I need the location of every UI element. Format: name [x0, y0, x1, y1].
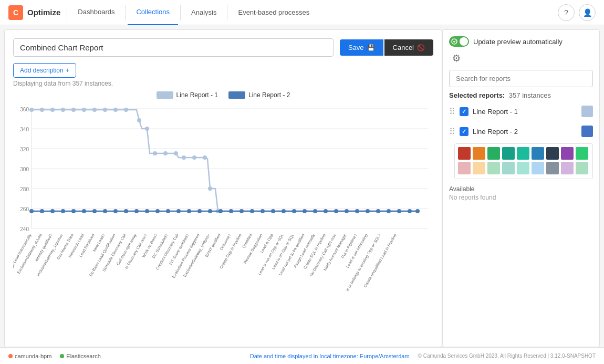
svg-point-39: [71, 209, 76, 213]
svg-point-24: [124, 108, 128, 112]
footer-timezone: Date and time displayed in local timezon…: [250, 353, 410, 359]
svg-point-30: [182, 155, 186, 160]
user-icon[interactable]: 👤: [579, 4, 596, 21]
svg-point-69: [387, 209, 391, 213]
cancel-button[interactable]: Cancel 🚫: [384, 39, 433, 56]
svg-point-48: [166, 209, 170, 213]
left-panel: Save 💾 Cancel 🚫 Add description + Displa…: [4, 29, 442, 347]
color-cell-r2c8[interactable]: [561, 162, 574, 174]
svg-point-26: [145, 127, 149, 131]
color-cell-r2c2[interactable]: [473, 162, 485, 174]
save-button[interactable]: Save 💾: [340, 39, 383, 56]
color-cell-r1c5[interactable]: [517, 147, 529, 160]
svg-point-31: [192, 155, 196, 160]
report-item-2: ⠿ ✓ Line Report - 2: [449, 123, 593, 139]
color-cell-r2c1[interactable]: [458, 162, 471, 174]
color-cell-r1c1[interactable]: [458, 147, 471, 160]
color-cell-r1c2[interactable]: [473, 147, 485, 160]
svg-point-65: [345, 209, 349, 213]
svg-point-16: [40, 108, 44, 112]
title-action-row: Save 💾 Cancel 🚫: [13, 38, 433, 57]
svg-text:360: 360: [20, 107, 29, 112]
color-cell-r1c6[interactable]: [532, 147, 544, 160]
report-name-2: Line Report - 2: [473, 128, 577, 136]
svg-point-50: [187, 209, 191, 213]
svg-point-17: [50, 108, 55, 112]
color-swatch-2[interactable]: [581, 126, 593, 137]
cancel-icon: 🚫: [417, 44, 425, 51]
svg-point-44: [124, 209, 128, 213]
color-cell-r1c8[interactable]: [561, 147, 574, 160]
available-label: Available: [449, 185, 593, 193]
color-cell-r2c7[interactable]: [546, 162, 559, 174]
svg-text:340: 340: [20, 127, 29, 132]
svg-text:300: 300: [20, 167, 29, 172]
available-section: Available No reports found: [449, 185, 593, 201]
svg-point-45: [134, 209, 139, 213]
svg-point-55: [239, 209, 244, 213]
svg-point-72: [415, 209, 420, 213]
nav-separator-1: [67, 5, 67, 20]
color-cell-r2c6[interactable]: [532, 162, 544, 174]
svg-point-43: [113, 209, 118, 213]
help-icon[interactable]: ?: [558, 4, 575, 21]
nav-separator-3: [180, 5, 181, 20]
svg-point-53: [218, 209, 223, 213]
legend-item-2: Line Report - 2: [228, 91, 290, 99]
svg-point-59: [282, 209, 286, 213]
drag-handle-1[interactable]: ⠿: [449, 107, 455, 117]
nav-item-analysis[interactable]: Analysis: [183, 0, 225, 25]
right-panel: Update preview automatically ⚙ Selected …: [442, 29, 600, 347]
color-cell-r1c7[interactable]: [546, 147, 559, 160]
color-cell-r1c9[interactable]: [576, 147, 588, 160]
svg-point-62: [313, 209, 317, 213]
checkbox-2[interactable]: ✓: [460, 127, 468, 136]
add-description-area: Add description +: [13, 63, 433, 78]
report-title-input[interactable]: [13, 38, 334, 57]
add-description-button[interactable]: Add description +: [13, 63, 76, 78]
color-swatch-1[interactable]: [581, 106, 593, 117]
color-cell-r1c3[interactable]: [487, 147, 500, 160]
gear-icon[interactable]: ⚙: [449, 51, 464, 66]
color-cell-r1c4[interactable]: [502, 147, 515, 160]
svg-point-66: [355, 209, 359, 213]
svg-point-37: [50, 209, 55, 213]
svg-point-42: [103, 209, 107, 213]
color-cell-r2c9[interactable]: [576, 162, 588, 174]
svg-point-20: [82, 108, 86, 112]
drag-handle-2[interactable]: ⠿: [449, 127, 455, 137]
svg-point-71: [408, 209, 412, 213]
nav-separator-2: [125, 5, 126, 20]
svg-point-60: [292, 209, 296, 213]
save-icon: 💾: [367, 44, 375, 51]
top-nav: C Optimize Dashboards Collections Analys…: [0, 0, 604, 25]
svg-point-28: [163, 151, 168, 155]
svg-point-35: [29, 209, 34, 213]
footer-camunda: camunda-bpm: [8, 353, 51, 359]
color-cell-r2c5[interactable]: [517, 162, 529, 174]
svg-point-29: [174, 151, 178, 155]
update-preview-toggle[interactable]: [449, 36, 469, 47]
update-preview-row: Update preview automatically: [449, 36, 593, 47]
svg-point-47: [155, 209, 160, 213]
update-preview-label: Update preview automatically: [473, 38, 563, 46]
nav-item-collections[interactable]: Collections: [128, 0, 178, 25]
checkbox-1[interactable]: ✓: [460, 107, 468, 116]
elastic-dot: [60, 354, 64, 358]
search-reports-input[interactable]: [449, 70, 593, 87]
footer: camunda-bpm Elasticsearch Date and time …: [0, 347, 604, 364]
svg-point-61: [303, 209, 307, 213]
color-cell-r2c3[interactable]: [487, 162, 500, 174]
no-reports-label: No reports found: [449, 194, 593, 201]
selected-reports-header: Selected reports: 357 instances: [449, 91, 593, 99]
instances-info: Displaying data from 357 instances.: [13, 80, 433, 87]
svg-text:240: 240: [20, 226, 29, 232]
nav-item-event-processes[interactable]: Event-based processes: [230, 0, 318, 25]
svg-point-40: [82, 209, 86, 213]
svg-point-23: [113, 108, 118, 112]
app-name: Optimize: [27, 8, 60, 17]
svg-point-49: [176, 209, 181, 213]
gear-row: ⚙: [449, 51, 593, 66]
nav-item-dashboards[interactable]: Dashboards: [69, 0, 123, 25]
color-cell-r2c4[interactable]: [502, 162, 515, 174]
